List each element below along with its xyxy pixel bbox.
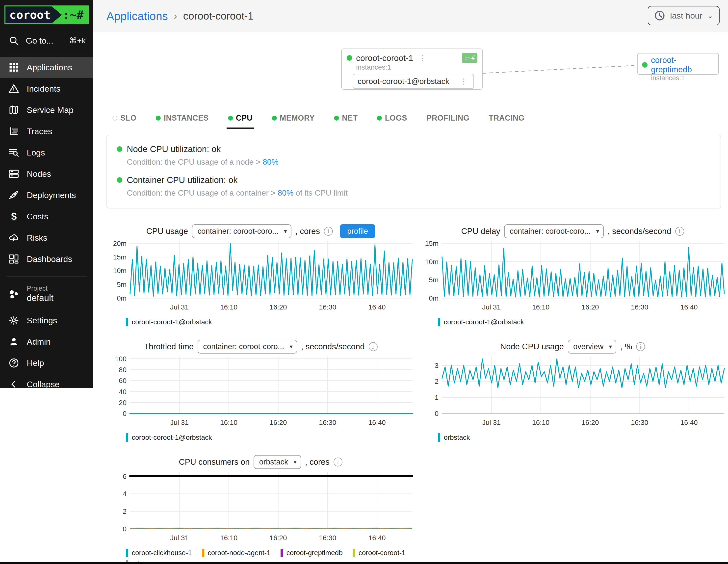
dependency-name-link[interactable]: coroot-greptimedb [651,55,714,74]
chart-throttled-time: Throttled time container: coroot-coro...… [106,339,415,442]
cpu-usage-chart[interactable]: 0m5m10m15m20mJul 3116:1016:2016:3016:40 [106,239,415,314]
chart-title-text: CPU consumers on [179,457,250,467]
info-icon[interactable]: i [369,342,378,351]
legend-item[interactable]: coroot-coroot-1@orbstack [438,318,524,326]
chart-title-text: CPU delay [461,227,500,236]
time-range-picker[interactable]: last hour ⌄ [648,6,720,25]
tab-tracing[interactable]: TRACING [489,108,525,128]
sidebar-item-costs[interactable]: $ Costs [0,206,93,227]
svg-text:16:30: 16:30 [631,419,648,426]
server-icon [8,168,19,179]
tab-instances[interactable]: INSTANCES [156,108,208,128]
info-icon[interactable]: i [324,227,333,236]
breadcrumb-applications-link[interactable]: Applications [106,9,168,23]
instance-chip[interactable]: coroot-coroot-1@orbstack ⋮ [353,74,474,89]
sidebar-item-logs[interactable]: Logs [0,142,93,163]
cpu-consumers-chart[interactable]: 0246Jul 3116:1016:2016:3016:40 [106,470,415,545]
view-select[interactable]: overview▾ [568,340,616,354]
check-threshold-link[interactable]: 80% [278,188,293,197]
legend-color-marker [281,549,283,557]
select-value: container: coroot-coro... [510,227,591,236]
sidebar-item-label: Traces [27,127,52,136]
kebab-menu-icon[interactable]: ⋮ [417,54,428,62]
tab-cpu[interactable]: CPU [228,108,253,128]
tab-label: NET [342,114,358,123]
svg-text:16:30: 16:30 [319,534,336,542]
chart-title-suffix: , cores [305,457,330,467]
node-cpu-usage-chart[interactable]: 0123Jul 3116:1016:2016:3016:40 [418,355,727,429]
cpu-delay-chart[interactable]: 0m5m10m15mJul 3116:1016:2016:3016:40 [418,239,727,314]
sidebar-item-service-map[interactable]: Service Map [0,99,93,121]
select-value: container: coroot-coro... [197,227,278,236]
svg-text:40: 40 [119,388,127,396]
project-name: default [27,293,53,303]
sidebar-item-nodes[interactable]: Nodes [0,163,93,184]
project-selector[interactable]: Project default [0,278,93,310]
container-select[interactable]: container: coroot-coro...▾ [192,224,291,238]
throttled-time-chart[interactable]: 020406080100Jul 3116:1016:2016:3016:40 [106,355,415,429]
svg-text:Jul 31: Jul 31 [482,303,501,311]
profile-button[interactable]: profile [340,224,375,238]
tab-slo[interactable]: SLO [112,108,136,128]
svg-text:5m: 5m [429,276,439,284]
legend-item[interactable]: orbstack [438,433,470,442]
grid-icon [8,62,19,73]
coroot-logo[interactable]: coroot :~# [4,5,89,24]
check-condition: Condition: the CPU usage of a node > [127,157,263,166]
tab-memory[interactable]: MEMORY [272,108,315,128]
legend-label: coroot-coroot-1 [359,549,406,557]
person-icon [8,336,19,347]
legend-item[interactable]: coroot-clickhouse-1 [126,549,192,557]
info-icon[interactable]: i [636,342,645,351]
sidebar-item-deployments[interactable]: Deployments [0,184,93,206]
svg-text:16:20: 16:20 [269,419,287,426]
legend-label: orbstack [444,434,470,441]
tab-label: SLO [120,114,136,123]
dependency-card[interactable]: coroot-greptimedb instances:1 [637,53,719,75]
legend-item[interactable]: coroot-node-agent-1 [202,549,271,557]
kebab-menu-icon[interactable]: ⋮ [459,77,469,86]
tab-profiling[interactable]: PROFILING [426,108,469,128]
svg-text:16:40: 16:40 [368,534,386,542]
sidebar-item-label: Deployments [27,190,76,200]
sidebar-item-label: Costs [27,212,48,221]
sidebar-item-admin[interactable]: Admin [0,331,93,352]
legend-color-marker [126,549,128,557]
svg-text:Jul 31: Jul 31 [170,534,189,542]
sidebar-item-risks[interactable]: Risks [0,227,93,248]
container-select[interactable]: container: coroot-coro...▾ [198,340,297,354]
instance-name: coroot-coroot-1@orbstack [358,77,449,86]
sidebar-item-applications[interactable]: Applications [0,57,93,78]
legend-color-marker [438,318,440,326]
sidebar-item-help[interactable]: Help [0,352,93,374]
check-threshold-link[interactable]: 80% [263,157,279,166]
tab-net[interactable]: NET [334,108,358,128]
status-dot-green [117,177,122,183]
info-icon[interactable]: i [334,458,342,466]
node-select[interactable]: orbstack▾ [254,455,301,469]
legend-item[interactable]: coroot-coroot-1 [353,549,406,557]
legend-item[interactable]: coroot-coroot-1@orbstack [126,433,212,442]
legend-item[interactable]: coroot-coroot-1@orbstack [126,318,212,326]
svg-text:80: 80 [119,366,127,374]
svg-text:16:40: 16:40 [368,419,386,426]
application-card[interactable]: coroot-coroot-1 ⋮ :~# instances:1 coroot… [341,49,483,90]
sidebar-item-settings[interactable]: Settings [0,310,93,331]
goto-search[interactable]: Go to... ⌘+k [0,27,93,53]
legend-color-marker [126,318,128,326]
sidebar-item-incidents[interactable]: Incidents [0,78,93,99]
tab-logs[interactable]: LOGS [377,108,407,128]
sidebar-collapse-button[interactable]: Collapse [0,374,93,395]
legend-item[interactable]: coroot-greptimedb [281,549,343,557]
sidebar-item-dashboards[interactable]: Dashboards [0,248,93,270]
report-tabs: SLO INSTANCES CPU MEMORY NET LOGS PROFIL… [93,104,728,128]
svg-text:16:10: 16:10 [532,303,549,311]
select-value: overview [573,342,603,351]
sidebar-item-traces[interactable]: Traces [0,121,93,142]
info-icon[interactable]: i [675,227,684,236]
chart-legend: orbstack [418,429,727,442]
container-select[interactable]: container: coroot-coro...▾ [504,224,603,238]
cpu-checks-panel: Node CPU utilization: ok Condition: the … [106,135,721,208]
legend-color-marker [438,433,440,442]
svg-text:2: 2 [123,508,127,515]
